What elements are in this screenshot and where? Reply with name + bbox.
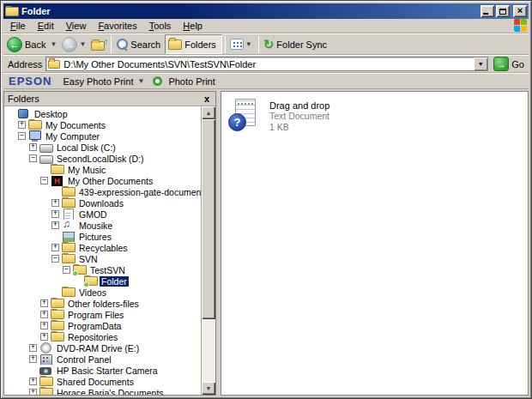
views-button[interactable]: ▼ — [228, 34, 256, 54]
expand-icon[interactable]: + — [40, 311, 48, 318]
folder-sync-button[interactable]: ↻ Folder Sync — [262, 34, 331, 54]
tree-item-downloads[interactable]: +Downloads — [4, 197, 201, 209]
tree-item-shared-documents[interactable]: +Shared Documents — [4, 376, 201, 387]
tree-indent — [4, 180, 40, 181]
tree-indent — [4, 325, 40, 326]
collapse-icon[interactable]: − — [51, 255, 59, 263]
folder-svn-icon — [73, 264, 86, 275]
expand-icon[interactable]: + — [18, 121, 26, 129]
file-tile-drag-and-drop[interactable]: ? Drag and drop Text Document 1 KB — [230, 99, 402, 133]
collapse-icon[interactable]: − — [40, 177, 48, 184]
disc-drive-icon — [39, 342, 52, 354]
expand-icon[interactable]: + — [40, 322, 48, 329]
scrollbar-thumb[interactable] — [202, 119, 215, 319]
folders-button[interactable]: Folders — [165, 34, 222, 54]
tree-item-videos[interactable]: Videos — [4, 287, 201, 298]
tree-item-my-documents[interactable]: +My Documents — [4, 119, 201, 130]
tree-item-my-computer[interactable]: −My Computer — [4, 130, 201, 142]
tree-item-local-disk-c-[interactable]: +Local Disk (C:) — [4, 142, 201, 153]
expand-icon[interactable]: + — [40, 299, 48, 307]
scroll-up-icon[interactable]: ▲ — [202, 106, 215, 119]
go-button[interactable]: → — [493, 57, 509, 71]
music-notes-icon — [62, 220, 75, 231]
folder-docs-icon — [28, 119, 41, 130]
tree-item-label: Other folders-files — [66, 299, 141, 309]
tree-item-program-files[interactable]: +Program Files — [4, 309, 201, 320]
address-dropdown-button[interactable]: ▼ — [474, 57, 487, 70]
views-dropdown-icon[interactable]: ▼ — [245, 40, 252, 48]
expand-icon[interactable]: + — [29, 378, 37, 385]
menu-favorites[interactable]: Favorites — [92, 20, 142, 33]
menu-edit[interactable]: Edit — [32, 20, 60, 33]
tree-item-folder[interactable]: Folder — [4, 275, 201, 287]
easy-photo-print-button[interactable]: Easy Photo Print — [63, 76, 134, 87]
close-button[interactable]: × — [513, 5, 527, 17]
tree-item-other-folders-files[interactable]: +Other folders-files — [4, 298, 201, 309]
easy-photo-print-dropdown-icon[interactable]: ▼ — [137, 77, 144, 85]
tree-item-horace-baria-s-documents[interactable]: +Horace Baria's Documents — [4, 387, 201, 395]
expand-icon[interactable]: + — [29, 344, 37, 352]
forward-button[interactable]: → ▼ — [60, 34, 89, 54]
scrollbar-track[interactable] — [202, 119, 215, 382]
menu-file[interactable]: File — [4, 20, 32, 33]
back-dropdown-icon[interactable]: ▼ — [50, 40, 57, 48]
expand-icon[interactable]: + — [51, 221, 59, 229]
photo-print-button[interactable]: Photo Print — [168, 76, 215, 87]
tree-item-dvd-ram-drive-e-[interactable]: +DVD-RAM Drive (E:) — [4, 342, 201, 354]
menu-view[interactable]: View — [60, 20, 93, 33]
tree-indent — [4, 236, 51, 237]
folders-panel-close-icon[interactable]: x — [202, 94, 212, 104]
folder-custom-red-icon — [51, 175, 63, 186]
tree-indent — [4, 303, 40, 304]
collapse-icon[interactable]: − — [63, 266, 70, 274]
tree-item-recyclables[interactable]: +Recyclables — [4, 242, 201, 253]
search-button[interactable]: Search — [114, 34, 165, 54]
tree-vertical-scrollbar[interactable]: ▲ ▼ — [201, 106, 215, 395]
tree-item-control-panel[interactable]: +Control Panel — [4, 354, 201, 365]
tree-item-label: HP Basic Starter Camera — [55, 366, 160, 376]
window-title: Folder — [21, 6, 479, 16]
tree-item-my-other-documents[interactable]: −My Other Documents — [4, 175, 201, 186]
back-button[interactable]: ← Back ▼ — [5, 34, 60, 54]
expand-icon[interactable]: + — [51, 210, 59, 218]
folder-icon — [39, 387, 52, 395]
minimize-button[interactable] — [481, 5, 494, 17]
tree-item-programdata[interactable]: +ProgramData — [4, 320, 201, 331]
expand-icon[interactable]: + — [51, 199, 59, 207]
expand-icon[interactable]: + — [51, 244, 59, 251]
folders-panel: Folders x Desktop+My Documents−My Comput… — [3, 91, 216, 396]
tree-item-secondlocaldisk-d-[interactable]: −SecondLocalDisk (D:) — [4, 153, 201, 164]
tree-item-pictures[interactable]: Pictures — [4, 231, 201, 242]
tree-item-gmod[interactable]: +GMOD — [4, 209, 201, 220]
tree-item-label: SecondLocalDisk (D:) — [55, 154, 146, 164]
expand-icon[interactable]: + — [29, 143, 37, 151]
collapse-icon[interactable]: − — [18, 132, 26, 140]
expand-icon[interactable]: + — [40, 333, 48, 341]
file-size: 1 KB — [269, 122, 329, 133]
tree-item-label: ProgramData — [66, 321, 123, 331]
menu-tools[interactable]: Tools — [143, 20, 178, 33]
forward-dropdown-icon[interactable]: ▼ — [79, 40, 86, 48]
maximize-button[interactable] — [496, 5, 510, 17]
expand-icon[interactable]: + — [29, 389, 37, 395]
collapse-icon[interactable]: − — [29, 154, 37, 162]
expand-icon[interactable]: + — [29, 355, 37, 363]
tree-indent — [4, 147, 29, 148]
tree-item-label: Videos — [77, 287, 108, 298]
tree-item-my-music[interactable]: My Music — [4, 164, 201, 175]
tree-item-svn[interactable]: −SVN — [4, 253, 201, 264]
tree-item-repositories[interactable]: +Repositories — [4, 331, 201, 342]
tree-item-desktop[interactable]: Desktop — [4, 108, 201, 119]
address-input[interactable]: D:\My Other Documents\SVN\TestSVN\Folder… — [45, 57, 488, 71]
tree-item-439-expression-gate-documentation-files[interactable]: 439-expression-gate-documentation_files — [4, 186, 201, 197]
tree-item-mousike[interactable]: +Mousike — [4, 220, 201, 231]
explorer-window: Folder × File Edit View Favorites Tools … — [0, 0, 532, 399]
up-button[interactable]: ↑ — [89, 34, 108, 54]
tree-item-hp-basic-starter-camera[interactable]: HP Basic Starter Camera — [4, 365, 201, 376]
desktop-icon — [17, 108, 30, 119]
file-list-area[interactable]: ? Drag and drop Text Document 1 KB — [221, 91, 529, 396]
drive-icon — [39, 153, 52, 164]
tree-item-testsvn[interactable]: −TestSVN — [4, 264, 201, 275]
scroll-down-icon[interactable]: ▼ — [202, 382, 215, 395]
menu-help[interactable]: Help — [177, 20, 209, 33]
